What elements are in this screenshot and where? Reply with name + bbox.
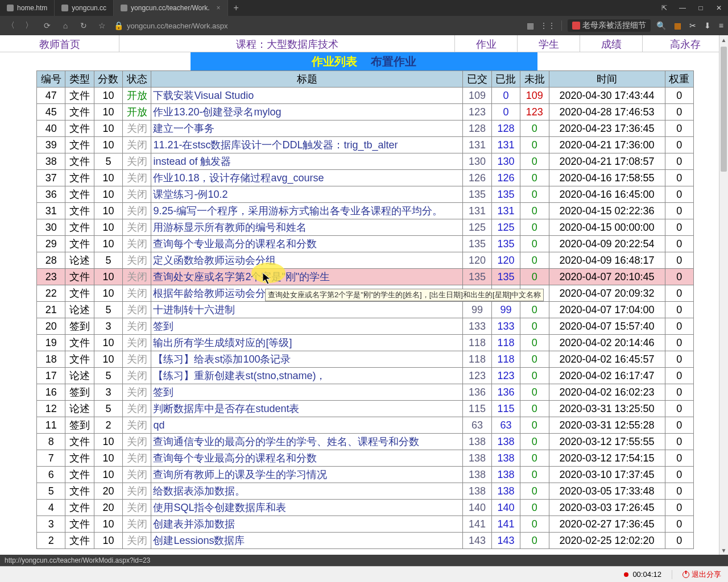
cell-ungraded[interactable]: 0: [520, 351, 549, 368]
cell-ungraded[interactable]: 0: [520, 434, 549, 450]
cell-ungraded[interactable]: 0: [520, 318, 549, 335]
nav-teacher-home[interactable]: 教师首页: [0, 35, 119, 52]
cell-submitted[interactable]: 131: [463, 137, 491, 153]
cell-ungraded[interactable]: 0: [520, 417, 549, 434]
cell-graded[interactable]: 135: [491, 186, 520, 203]
cell-submitted[interactable]: 123: [463, 368, 491, 384]
nav-course[interactable]: 课程：大型数据库技术: [119, 35, 455, 52]
cell-submitted[interactable]: 125: [463, 219, 491, 236]
cell-graded[interactable]: 118: [491, 351, 520, 368]
cell-ungraded[interactable]: 0: [520, 467, 549, 483]
cell-ungraded[interactable]: 0: [520, 236, 549, 252]
cell-submitted[interactable]: 131: [463, 203, 491, 219]
hw-title-link[interactable]: 创建表并添加数据: [153, 518, 235, 530]
cell-graded[interactable]: 138: [491, 450, 520, 467]
cell-ungraded[interactable]: 0: [520, 335, 549, 351]
new-tab-button[interactable]: +: [228, 3, 245, 13]
cell-ungraded[interactable]: 0: [520, 203, 549, 219]
cell-graded[interactable]: 115: [491, 401, 520, 417]
cell-submitted[interactable]: 135: [463, 269, 491, 285]
cell-submitted[interactable]: 115: [463, 401, 491, 417]
vertical-scrollbar[interactable]: ▲ ▼: [719, 35, 728, 555]
cell-submitted[interactable]: 130: [463, 153, 491, 170]
cell-graded[interactable]: 136: [491, 384, 520, 401]
hw-title-link[interactable]: 【练习】重新创建表st(stno,stname)，: [153, 370, 326, 381]
cell-ungraded[interactable]: 0: [520, 368, 549, 384]
scroll-up-icon[interactable]: ▲: [719, 35, 728, 44]
cell-submitted[interactable]: 138: [463, 483, 491, 500]
cell-graded[interactable]: 63: [491, 417, 520, 434]
cell-submitted[interactable]: 126: [463, 170, 491, 186]
cell-graded[interactable]: 125: [491, 219, 520, 236]
cell-graded[interactable]: 141: [491, 516, 520, 533]
hw-title-link[interactable]: 使用SQL指令创建数据库和表: [153, 502, 286, 513]
cell-ungraded[interactable]: 0: [520, 384, 549, 401]
cell-submitted[interactable]: 140: [463, 500, 491, 516]
cell-submitted[interactable]: 109: [463, 88, 491, 104]
hw-title-link[interactable]: qd: [153, 419, 164, 431]
cell-ungraded[interactable]: 0: [520, 120, 549, 137]
cell-submitted[interactable]: 99: [463, 302, 491, 318]
search-icon[interactable]: 🔍: [656, 21, 666, 30]
cell-submitted[interactable]: 136: [463, 384, 491, 401]
cell-ungraded[interactable]: 0: [520, 483, 549, 500]
cell-graded[interactable]: 138: [491, 483, 520, 500]
hw-title-link[interactable]: 查询每个专业最高分的课程名和分数: [153, 238, 317, 250]
hw-title-link[interactable]: 创建Lessions数据库: [153, 535, 245, 546]
cell-graded[interactable]: 143: [491, 533, 520, 549]
hw-title-link[interactable]: 作业10.18，设计存储过程avg_course: [153, 172, 324, 184]
cell-graded[interactable]: 126: [491, 170, 520, 186]
hw-title-link[interactable]: 课堂练习-例10.2: [153, 189, 228, 200]
cell-graded[interactable]: 138: [491, 434, 520, 450]
cell-ungraded[interactable]: 0: [520, 450, 549, 467]
hw-title-link[interactable]: 下载安装Visual Studio: [153, 90, 254, 101]
url-box[interactable]: 🔒 yongcun.cc/teacher/Work.aspx: [114, 21, 228, 30]
cell-submitted[interactable]: 143: [463, 533, 491, 549]
hw-title-link[interactable]: 输出所有学生成绩对应的[等级]: [153, 337, 292, 348]
subtab-hw-list[interactable]: 作业列表: [305, 52, 364, 72]
cell-submitted[interactable]: 118: [463, 335, 491, 351]
cell-graded[interactable]: 123: [491, 368, 520, 384]
hw-title-link[interactable]: 9.25-编写一个程序，采用游标方式输出各专业各课程的平均分。: [153, 205, 442, 217]
cell-ungraded[interactable]: 0: [520, 186, 549, 203]
hw-title-link[interactable]: 定义函数给教师运动会分组: [153, 255, 276, 266]
nav-student[interactable]: 学生: [518, 35, 580, 52]
cell-submitted[interactable]: 118: [463, 351, 491, 368]
exit-share-button[interactable]: 退出分享: [682, 569, 721, 580]
cell-graded[interactable]: 135: [491, 269, 520, 285]
hw-title-link[interactable]: 查询所有教师上的课及学生的学习情况: [153, 469, 327, 480]
scissors-icon[interactable]: ✂: [689, 21, 696, 30]
cell-submitted[interactable]: 135: [463, 236, 491, 252]
cell-submitted[interactable]: 135: [463, 186, 491, 203]
cell-submitted[interactable]: 138: [463, 434, 491, 450]
cell-graded[interactable]: 120: [491, 252, 520, 269]
cell-graded[interactable]: 131: [491, 203, 520, 219]
apps-icon[interactable]: ▦: [674, 21, 681, 30]
cell-submitted[interactable]: 128: [463, 120, 491, 137]
cell-graded[interactable]: 131: [491, 137, 520, 153]
hw-title-link[interactable]: 判断数据库中是否存在student表: [153, 403, 299, 414]
hw-title-link[interactable]: instead of 触发器: [153, 156, 231, 167]
close-button[interactable]: ✕: [710, 0, 728, 16]
cell-submitted[interactable]: 141: [463, 516, 491, 533]
cell-ungraded[interactable]: 0: [520, 516, 549, 533]
cell-submitted[interactable]: 133: [463, 318, 491, 335]
hw-title-link[interactable]: 签到: [153, 386, 173, 398]
cell-ungraded[interactable]: 0: [520, 219, 549, 236]
cell-graded[interactable]: 99: [491, 302, 520, 318]
cell-graded[interactable]: 138: [491, 467, 520, 483]
hw-title-link[interactable]: 查询通信专业的最高分的学生的学号、姓名、课程号和分数: [153, 436, 419, 447]
cell-graded[interactable]: 135: [491, 236, 520, 252]
cell-ungraded[interactable]: 0: [520, 269, 549, 285]
cell-submitted[interactable]: 138: [463, 450, 491, 467]
cell-graded[interactable]: 0: [491, 104, 520, 120]
share-icon[interactable]: ⇱: [655, 0, 673, 16]
back-button[interactable]: 〈: [5, 19, 17, 32]
cell-ungraded[interactable]: 0: [520, 137, 549, 153]
refresh-icon[interactable]: ↻: [77, 19, 90, 32]
hw-title-link[interactable]: 11.21-在stsc数据库设计一个DDL触发器：trig_tb_alter: [153, 139, 398, 151]
cell-ungraded[interactable]: 0: [520, 252, 549, 269]
hw-title-link[interactable]: 作业13.20-创建登录名mylog: [153, 106, 281, 118]
hw-title-link[interactable]: 建立一个事务: [153, 123, 214, 134]
maximize-button[interactable]: □: [692, 0, 710, 16]
